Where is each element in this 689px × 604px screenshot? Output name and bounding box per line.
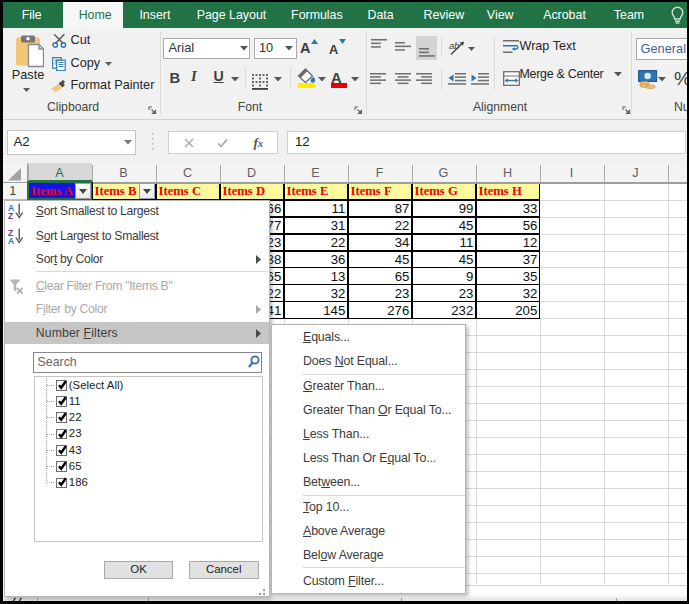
svg-text:A: A [8, 235, 14, 244]
svg-text:ab: ab [449, 40, 460, 51]
svg-text:Z: Z [8, 211, 13, 220]
